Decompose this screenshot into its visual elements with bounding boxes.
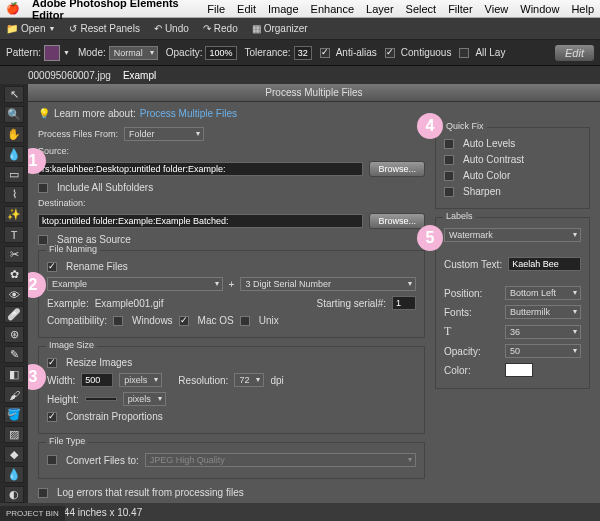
tolerance-input[interactable]: 32 [294, 46, 312, 60]
project-bin-tab[interactable]: PROJECT BIN [0, 506, 65, 521]
destination-label: Destination: [38, 198, 86, 208]
source-path-input[interactable]: rs:kaelahbee:Desktop:untitled folder:Exa… [38, 162, 363, 176]
pencil-tool-icon[interactable]: ✎ [4, 346, 24, 363]
menu-edit[interactable]: Edit [237, 3, 256, 15]
lightbulb-icon: 💡 [38, 108, 50, 119]
move-tool-icon[interactable]: ↖ [4, 86, 24, 103]
gradient-tool-icon[interactable]: ▨ [4, 426, 24, 443]
sponge-tool-icon[interactable]: ◐ [4, 486, 24, 503]
type-tool-icon[interactable]: T [4, 226, 24, 243]
brush-tool-icon[interactable]: 🖌 [4, 386, 24, 403]
crop-tool-icon[interactable]: ✂ [4, 246, 24, 263]
redo-button[interactable]: ↷ Redo [203, 23, 238, 34]
position-select[interactable]: Bottom Left [505, 286, 581, 300]
all-layers-checkbox[interactable] [459, 48, 469, 58]
redeye-tool-icon[interactable]: 👁 [4, 286, 24, 303]
undo-button[interactable]: ↶ Undo [154, 23, 189, 34]
tab-2[interactable]: Exampl [123, 70, 156, 81]
eraser-tool-icon[interactable]: ◧ [4, 366, 24, 383]
fonts-select[interactable]: Buttermilk [505, 305, 581, 319]
apple-icon[interactable]: 🍎 [6, 2, 20, 15]
antialias-checkbox[interactable] [320, 48, 330, 58]
menu-filter[interactable]: Filter [448, 3, 472, 15]
sharpen-checkbox[interactable] [444, 187, 454, 197]
mode-label: Mode: [78, 47, 106, 58]
menu-view[interactable]: View [485, 3, 509, 15]
menu-window[interactable]: Window [520, 3, 559, 15]
pattern-swatch[interactable] [44, 45, 60, 61]
cookie-tool-icon[interactable]: ✿ [4, 266, 24, 283]
tool-palette: ↖ 🔍 ✋ 💧 ▭ ⌇ ✨ T ✂ ✿ 👁 🩹 ⊛ ✎ ◧ 🖌 🪣 ▨ ◆ 💧 … [0, 84, 28, 521]
menu-file[interactable]: File [207, 3, 225, 15]
compat-unix-checkbox[interactable] [240, 316, 250, 326]
autocolor-checkbox[interactable] [444, 171, 454, 181]
resize-images-checkbox[interactable] [47, 358, 57, 368]
labels-type-select[interactable]: Watermark [444, 228, 581, 242]
resolution-select[interactable]: 72 [234, 373, 264, 387]
menu-help[interactable]: Help [571, 3, 594, 15]
opacity-label: Opacity: [166, 47, 203, 58]
height-unit-select[interactable]: pixels [123, 392, 166, 406]
dest-path-input[interactable]: ktop:untitled folder:Example:Example Bat… [38, 214, 363, 228]
name-serial-select[interactable]: 3 Digit Serial Number [240, 277, 416, 291]
label-color-swatch[interactable] [505, 363, 533, 377]
eyedropper-tool-icon[interactable]: 💧 [4, 146, 24, 163]
image-size-group-label: Image Size [46, 340, 97, 350]
wand-tool-icon[interactable]: ✨ [4, 206, 24, 223]
folder-icon: 📁 [6, 23, 18, 34]
menu-image[interactable]: Image [268, 3, 299, 15]
width-input[interactable]: 500 [81, 373, 113, 387]
menu-enhance[interactable]: Enhance [311, 3, 354, 15]
convert-files-checkbox[interactable] [47, 455, 57, 465]
log-errors-checkbox[interactable] [38, 488, 48, 498]
naming-example-value: Example001.gif [95, 298, 164, 309]
reset-panels-button[interactable]: ↺ Reset Panels [69, 23, 139, 34]
process-multiple-files-dialog: Process Multiple Files 💡 Learn more abou… [28, 84, 600, 521]
autocontrast-checkbox[interactable] [444, 155, 454, 165]
options-bar: Pattern:▼ Mode:Normal Opacity:100% Toler… [0, 40, 600, 66]
marquee-tool-icon[interactable]: ▭ [4, 166, 24, 183]
constrain-checkbox[interactable] [47, 412, 57, 422]
process-from-select[interactable]: Folder [124, 127, 204, 141]
convert-format-select[interactable]: JPEG High Quality [145, 453, 416, 467]
opacity-input[interactable]: 100% [205, 46, 236, 60]
learn-label: Learn more about: [54, 108, 136, 119]
compat-windows-checkbox[interactable] [113, 316, 123, 326]
tab-1[interactable]: 000095060007.jpg [28, 70, 111, 81]
hand-tool-icon[interactable]: ✋ [4, 126, 24, 143]
font-size-select[interactable]: 36 [505, 325, 581, 339]
zoom-tool-icon[interactable]: 🔍 [4, 106, 24, 123]
label-opacity-select[interactable]: 50 [505, 344, 581, 358]
menu-select[interactable]: Select [406, 3, 437, 15]
stamp-tool-icon[interactable]: ⊛ [4, 326, 24, 343]
quickfix-group-label: Quick Fix [443, 121, 487, 131]
blur-tool-icon[interactable]: 💧 [4, 466, 24, 483]
compat-macos-checkbox[interactable] [179, 316, 189, 326]
name-base-select[interactable]: Example [47, 277, 223, 291]
width-unit-select[interactable]: pixels [119, 373, 162, 387]
source-browse-button[interactable]: Browse... [369, 161, 425, 177]
mode-select[interactable]: Normal [109, 46, 158, 60]
lasso-tool-icon[interactable]: ⌇ [4, 186, 24, 203]
height-input[interactable] [85, 397, 117, 401]
menu-layer[interactable]: Layer [366, 3, 394, 15]
autolevels-checkbox[interactable] [444, 139, 454, 149]
learn-link[interactable]: Process Multiple Files [140, 108, 237, 119]
type-size-icon: T [444, 324, 499, 339]
include-subfolders-checkbox[interactable] [38, 183, 48, 193]
labels-group-label: Labels [443, 211, 476, 221]
bucket-tool-icon[interactable]: 🪣 [4, 406, 24, 423]
dest-browse-button[interactable]: Browse... [369, 213, 425, 229]
heal-tool-icon[interactable]: 🩹 [4, 306, 24, 323]
open-button[interactable]: 📁Open ▼ [6, 23, 55, 34]
edit-mode-button[interactable]: Edit [555, 45, 594, 61]
organizer-button[interactable]: ▦ Organizer [252, 23, 308, 34]
rename-files-checkbox[interactable] [47, 262, 57, 272]
custom-text-input[interactable]: Kaelah Bee [508, 257, 581, 271]
annotation-5: 5 [417, 225, 443, 251]
starting-serial-input[interactable]: 1 [392, 296, 416, 310]
shape-tool-icon[interactable]: ◆ [4, 446, 24, 463]
same-as-source-checkbox[interactable] [38, 235, 48, 245]
app-name: Adobe Photoshop Elements Editor [32, 0, 195, 21]
contiguous-checkbox[interactable] [385, 48, 395, 58]
